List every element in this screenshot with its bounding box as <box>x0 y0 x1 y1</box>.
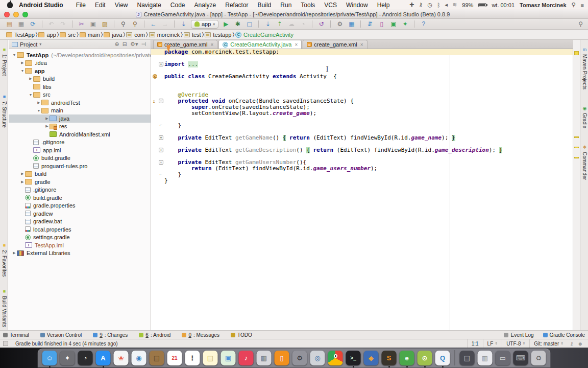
dock-app-system-preferences[interactable]: ⚙ <box>292 351 307 365</box>
menu-clock[interactable]: wt. 00:01 <box>492 2 514 8</box>
tree-item-local-properties[interactable]: local.properties <box>9 225 151 234</box>
editor-gutter[interactable] <box>151 178 164 184</box>
editor-error-stripe[interactable] <box>573 40 580 330</box>
revert-icon[interactable]: ↺ <box>317 20 326 29</box>
tree-item-app[interactable]: ▼app <box>9 67 151 75</box>
close-tab-icon[interactable]: × <box>360 42 363 48</box>
copy-icon[interactable]: ▣ <box>89 20 97 29</box>
dock-app-reminders[interactable]: ⋮ <box>185 351 200 365</box>
tree-item-gradle-properties[interactable]: gradle.properties <box>9 202 151 210</box>
wifi-icon[interactable]: ≋ <box>452 2 457 8</box>
run-icon[interactable]: ▶ <box>222 20 230 29</box>
avd-manager-icon[interactable]: ▯ <box>377 20 386 29</box>
close-tab-icon[interactable]: × <box>295 42 298 48</box>
line-ending-select[interactable]: LF⇕ <box>483 339 502 348</box>
toolwindow-button-android[interactable]: 6: Android <box>139 332 170 338</box>
tree-expand-arrow[interactable]: ▶ <box>12 251 17 255</box>
inspection-profile-icon[interactable]: ☻ <box>575 341 585 347</box>
breadcrumb-item-main[interactable]: main <box>79 32 101 38</box>
menu-item-help[interactable]: Help <box>373 2 395 9</box>
toolwindow-button-event-log[interactable]: Event Log <box>504 332 533 338</box>
fold-expand-icon[interactable]: + <box>159 148 163 152</box>
menu-item-edit[interactable]: Edit <box>90 2 110 9</box>
menu-item-window[interactable]: Window <box>341 2 373 9</box>
dock-app-maps[interactable]: ▣ <box>221 351 236 365</box>
save-icon[interactable]: ▦ <box>17 20 26 29</box>
tree-item-testapp[interactable]: ▼TestApp(~/Developer/android/repositorie… <box>9 51 151 59</box>
toolwindow-button-todo[interactable]: TODO <box>231 332 252 338</box>
dock-app-sublime-text[interactable]: S <box>382 351 397 365</box>
export-icon[interactable]: ⇣ <box>179 20 188 29</box>
tool-strip-button--favorites[interactable]: ■2: Favorites <box>2 243 7 277</box>
tree-expand-arrow[interactable]: ▶ <box>20 61 25 65</box>
editor-gutter[interactable] <box>151 104 164 110</box>
paste-icon[interactable]: ▨ <box>101 20 109 29</box>
replace-icon[interactable]: ⚲ <box>131 20 139 29</box>
caret-position[interactable]: 1:1 <box>467 339 483 348</box>
tree-item-res[interactable]: ▶res <box>9 123 151 131</box>
menu-item-navigate[interactable]: Navigate <box>132 2 165 9</box>
bluetooth-icon[interactable]: ᛒ <box>437 2 440 8</box>
settings-icon[interactable]: ⚙ <box>335 20 344 29</box>
vcs-branch-select[interactable]: Git: master⇕ <box>529 339 568 348</box>
breadcrumb-item-java[interactable]: java <box>103 32 123 38</box>
editor-gutter[interactable]: + <box>151 135 164 141</box>
tree-item-androidtest[interactable]: ▶androidTest <box>9 99 151 107</box>
editor-gutter[interactable]: - <box>151 159 164 166</box>
vcs-commit-icon[interactable]: ⇡ <box>275 20 284 29</box>
tree-item-external-libraries[interactable]: ▶External Libraries <box>9 249 151 258</box>
volume-icon[interactable]: ◂ <box>445 2 448 8</box>
project-panel-title[interactable]: Project <box>20 41 37 48</box>
toolwindow-button-version-control[interactable]: Version Control <box>40 332 82 338</box>
dock-app-evernote[interactable]: e <box>400 351 414 365</box>
editor-gutter[interactable] <box>151 67 164 74</box>
editor-gutter[interactable] <box>151 80 164 86</box>
tree-item-build[interactable]: ▶build <box>9 170 151 178</box>
editor-gutter[interactable] <box>151 166 164 172</box>
fold-expand-icon[interactable]: + <box>159 62 163 66</box>
close-window-button[interactable] <box>4 12 10 17</box>
settings-icon[interactable]: ⚙▾ <box>129 41 139 48</box>
dock-app-finder[interactable]: ☺ <box>42 351 57 365</box>
dock-app-notes[interactable]: ▤ <box>203 351 218 365</box>
tree-item-settings-gradle[interactable]: settings.gradle <box>9 234 151 242</box>
tree-item-build-gradle[interactable]: build.gradle <box>9 194 151 202</box>
find-icon[interactable]: ⚲ <box>119 20 128 29</box>
editor-gutter[interactable]: -↥ <box>151 98 164 104</box>
tree-item-java[interactable]: ▶java <box>9 114 151 123</box>
dock-app-terminal[interactable]: >_ <box>346 351 361 365</box>
dock-app-documents-folder[interactable]: ▤ <box>460 351 475 365</box>
locate-icon[interactable]: ⊕ <box>113 41 121 48</box>
back-icon[interactable]: ← <box>149 20 158 29</box>
menu-item-tools[interactable]: Tools <box>296 2 320 9</box>
tree-item-main[interactable]: ▼main <box>9 107 151 115</box>
dock-app-ibooks[interactable]: ▯ <box>275 351 289 365</box>
vcs-update-icon[interactable]: ⇣ <box>263 20 272 29</box>
tree-expand-arrow[interactable]: ▼ <box>20 69 25 73</box>
tree-expand-arrow[interactable]: ▼ <box>12 53 17 57</box>
breadcrumb-item-creategameactivity[interactable]: CCreateGameActivity <box>234 32 295 38</box>
dock-app-launchpad[interactable]: ✦ <box>60 351 75 365</box>
editor-gutter[interactable]: + <box>151 61 164 67</box>
editor-gutter[interactable]: ⌐ <box>151 123 164 129</box>
tool-strip-button-gradle[interactable]: ◉Gradle <box>582 106 587 128</box>
android-monitor-icon[interactable]: ✦ <box>401 20 409 29</box>
tree-expand-arrow[interactable]: ▼ <box>36 109 41 112</box>
spotlight-search-icon[interactable]: ⚲ <box>572 2 576 8</box>
dock-app-blue-app[interactable]: ◆ <box>364 351 379 365</box>
tool-strip-button-commander[interactable]: ❖Commander <box>582 145 587 180</box>
editor-gutter[interactable] <box>151 49 164 55</box>
breadcrumb-item-com[interactable]: com <box>125 32 146 38</box>
debug-icon[interactable]: ✱ <box>233 20 242 29</box>
editor-gutter[interactable] <box>151 110 164 117</box>
dock-app-photo-booth[interactable]: ▦ <box>257 351 272 365</box>
tree-item--idea[interactable]: ▶.idea <box>9 59 151 67</box>
notification-center-icon[interactable]: ≡ <box>581 2 584 8</box>
toolbar-search-icon[interactable]: ⚲ <box>578 20 583 28</box>
health-plus-icon[interactable]: ✚ <box>409 2 414 8</box>
tree-item-build[interactable]: ▶build <box>9 75 151 83</box>
minimize-window-button[interactable] <box>13 12 19 17</box>
tree-item-testapp-iml[interactable]: ITestApp.iml <box>9 241 151 249</box>
tree-item-gradlew-bat[interactable]: gradlew.bat <box>9 218 151 226</box>
editor-gutter[interactable]: ⌐ <box>151 172 164 178</box>
